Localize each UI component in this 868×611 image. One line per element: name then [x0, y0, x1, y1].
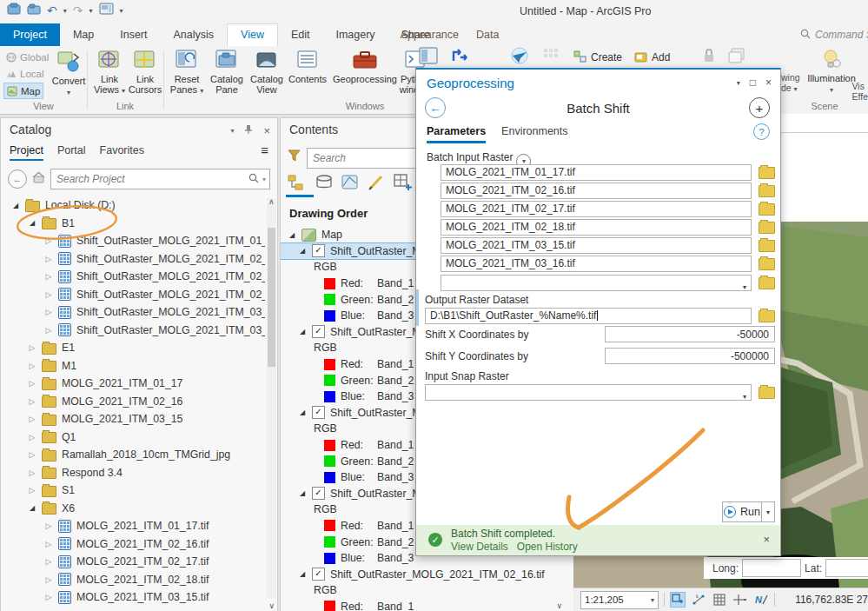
create-button[interactable]: Create [573, 50, 622, 63]
tree-item[interactable]: ▷MOLG_2021_ITM_02_16.tif [1, 535, 265, 554]
layer-visibility-checkbox[interactable]: ✓ [312, 487, 325, 500]
shift-x-input[interactable] [605, 326, 775, 342]
scroll-down-icon[interactable]: ∨ [268, 601, 275, 610]
tree-item[interactable]: ◢B1 [1, 215, 265, 233]
snapping-toggle[interactable] [670, 592, 686, 608]
collapsed-expander-icon[interactable]: ▷ [44, 575, 53, 584]
tree-item[interactable]: ▷Respond 3.4 [1, 464, 265, 482]
maximize-icon[interactable]: □ [750, 76, 756, 89]
tab-analysis[interactable]: Analysis [161, 23, 228, 46]
tree-item[interactable]: ▷M1 [1, 357, 265, 375]
catalog-tab-portal[interactable]: Portal [57, 144, 86, 161]
catalog-view-button[interactable]: Catalog View [247, 50, 287, 95]
geoprocessing-button[interactable]: Geoprocessing [328, 50, 401, 84]
convert-dropdown-icon[interactable]: ▾ [67, 89, 70, 96]
list-by-editing-icon[interactable] [368, 174, 385, 195]
tree-item[interactable]: ▷Ramallah_2018_10cm_TMGrid_jpg [1, 446, 265, 464]
collapsed-expander-icon[interactable]: ▷ [28, 468, 36, 477]
reset-panes-button[interactable]: Reset Panes ▾ [167, 50, 207, 96]
command-search[interactable]: Command Search [800, 26, 868, 43]
layer-visibility-checkbox[interactable]: ✓ [312, 568, 325, 581]
browse-folder-icon[interactable] [759, 258, 775, 270]
tab-project[interactable]: Project [0, 23, 60, 46]
modelbuilder-icon[interactable] [450, 47, 469, 67]
batch-input-value[interactable]: MOLG_2021_ITM_02_17.tif [441, 201, 752, 217]
tree-item[interactable]: ▷S1 [1, 481, 265, 500]
contents-button[interactable]: Contents [285, 50, 330, 84]
collapsed-expander-icon[interactable]: ▷ [44, 593, 53, 601]
global-button[interactable]: Global [3, 50, 51, 64]
map-button[interactable]: Map [3, 83, 43, 99]
map-scale-select[interactable]: 1:21,205 ▾ [580, 591, 659, 609]
output-raster-input[interactable]: D:\B1\Shift_OutRaster_%Name%.tif [425, 308, 752, 324]
help-icon[interactable]: ? [753, 123, 770, 140]
add-button[interactable]: Add [634, 50, 670, 63]
scroll-up-icon[interactable]: ∧ [268, 197, 275, 206]
expanded-expander-icon[interactable]: ◢ [288, 231, 296, 239]
browse-folder-icon[interactable] [759, 277, 775, 289]
collapsed-expander-icon[interactable]: ▷ [28, 450, 36, 459]
lat-input[interactable] [825, 559, 868, 577]
batch-input-value[interactable]: MOLG_2021_ITM_03_15.tif [441, 237, 752, 254]
filter-icon[interactable] [288, 149, 301, 166]
collapsed-expander-icon[interactable]: ▷ [44, 255, 53, 263]
undo-icon[interactable]: ↶ [47, 3, 57, 17]
contents-search-box[interactable] [307, 148, 421, 169]
batch-input-value[interactable]: MOLG_2021_ITM_03_16.tif [441, 256, 752, 272]
tree-item[interactable]: ▷MOLG_2021_ITM_01_17 [1, 375, 265, 393]
list-by-labeling-icon[interactable] [394, 174, 413, 195]
run-button[interactable]: Run [722, 501, 762, 522]
tree-item[interactable]: ▷Shift_OutRaster_MOLG_2021_ITM_03_16.tif [1, 322, 265, 340]
tree-item[interactable]: ▷MOLG_2021_ITM_02_16 [1, 393, 265, 411]
redo-dropdown-icon[interactable]: ▾ [89, 7, 92, 15]
scroll-down-icon[interactable]: ∨ [556, 601, 562, 610]
catalog-pane-button[interactable]: Catalog Pane [207, 50, 247, 95]
tree-item[interactable]: ▷MOLG_2021_ITM_03_15 [1, 410, 265, 428]
menu-icon[interactable]: ≡ [261, 143, 268, 157]
crosshair-icon[interactable] [732, 592, 748, 608]
expanded-expander-icon[interactable]: ◢ [28, 504, 36, 512]
catalog-tab-project[interactable]: Project [10, 144, 43, 161]
layer-item[interactable]: ◢✓Shift_OutRaster_MOLG_2021_ITM_02_16.ti… [281, 566, 574, 582]
pane-options-icon[interactable]: ▾ [230, 127, 234, 135]
tab-imagery[interactable]: Imagery [322, 23, 388, 46]
pane-options-icon[interactable]: ▾ [737, 79, 740, 87]
tab-parameters[interactable]: Parameters [427, 125, 486, 143]
collapsed-expander-icon[interactable]: ▷ [28, 433, 36, 442]
collapsed-expander-icon[interactable]: ▷ [44, 557, 53, 566]
view-details-link[interactable]: View Details [451, 541, 508, 553]
browse-folder-icon[interactable] [759, 185, 775, 197]
north-arrow-icon[interactable]: N [753, 592, 769, 608]
tree-item[interactable]: ▷Shift_OutRaster_MOLG_2021_ITM_02_17.tif [1, 268, 265, 286]
collapsed-expander-icon[interactable]: ▷ [44, 521, 53, 530]
redo-icon[interactable]: ↷ [73, 3, 83, 17]
customize-qat-icon[interactable]: ▾ [120, 7, 123, 15]
batch-input-value[interactable]: MOLG_2021_ITM_02_16.tif [441, 183, 752, 199]
tab-edit[interactable]: Edit [278, 23, 323, 46]
batch-input-empty-combo[interactable]: ▾ [441, 275, 752, 291]
collapsed-expander-icon[interactable]: ▷ [44, 540, 53, 548]
collapsed-expander-icon[interactable]: ▷ [44, 308, 53, 316]
link-cursors-button[interactable]: Link Cursors [125, 50, 165, 95]
tab-view[interactable]: View [227, 23, 278, 46]
catalog-scrollbar[interactable]: ∧ [267, 198, 276, 598]
tab-environments[interactable]: Environments [501, 125, 567, 143]
tree-item[interactable]: ▷Shift_OutRaster_MOLG_2021_ITM_02_18.tif [1, 286, 265, 304]
tree-item[interactable]: ▷Shift_OutRaster_MOLG_2021_ITM_01_17.tif [1, 232, 265, 250]
home-icon[interactable] [32, 171, 45, 187]
expanded-expander-icon[interactable]: ◢ [298, 408, 307, 416]
collapsed-expander-icon[interactable]: ▷ [28, 397, 36, 406]
window-icon[interactable] [419, 47, 438, 67]
local-button[interactable]: Local [3, 66, 47, 81]
snap-raster-combo[interactable]: ▾ [425, 384, 752, 401]
back-icon[interactable]: ← [8, 169, 27, 189]
expanded-expander-icon[interactable]: ◢ [298, 247, 307, 255]
catalog-search-box[interactable]: ▾ [50, 169, 270, 189]
layer-visibility-checkbox[interactable]: ✓ [312, 325, 325, 338]
collapsed-expander-icon[interactable]: ▷ [28, 486, 36, 495]
expanded-expander-icon[interactable]: ◢ [11, 202, 20, 209]
list-by-drawing-order-icon[interactable] [288, 174, 307, 195]
scrollbar-thumb[interactable] [268, 228, 275, 367]
catalog-search-input[interactable] [55, 172, 245, 186]
collapsed-expander-icon[interactable]: ▷ [28, 343, 36, 352]
